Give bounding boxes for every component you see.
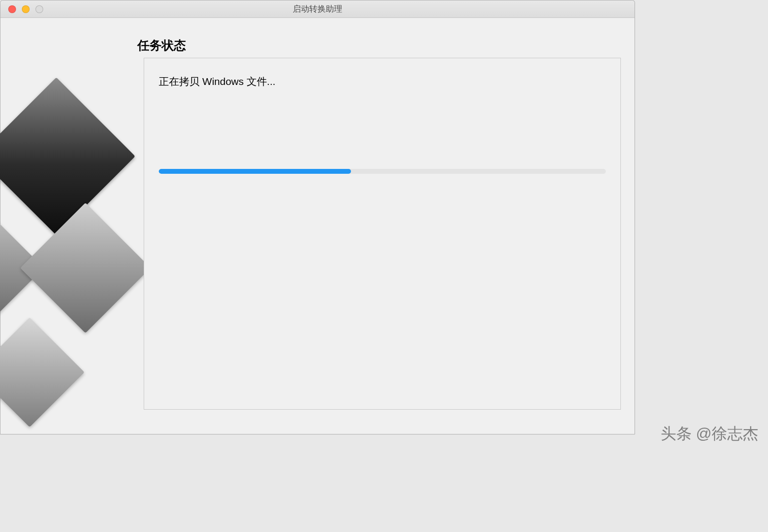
app-window: 启动转换助理 任务状态 正在拷贝 Windows 文件... xyxy=(0,0,635,434)
status-text: 正在拷贝 Windows 文件... xyxy=(159,75,275,88)
content-panel: 正在拷贝 Windows 文件... xyxy=(144,58,621,410)
close-icon[interactable] xyxy=(8,5,16,13)
diamond-top-icon xyxy=(0,77,135,235)
progress-bar xyxy=(159,169,606,174)
zoom-icon xyxy=(35,5,43,13)
window-title: 启动转换助理 xyxy=(293,3,342,15)
bootcamp-icon xyxy=(0,81,161,372)
minimize-icon[interactable] xyxy=(22,5,30,13)
titlebar[interactable]: 启动转换助理 xyxy=(0,0,634,18)
window-body: 任务状态 正在拷贝 Windows 文件... xyxy=(0,18,634,434)
traffic-lights xyxy=(0,5,43,13)
diamond-right-icon xyxy=(20,203,151,333)
page-heading: 任务状态 xyxy=(137,37,186,53)
progress-fill xyxy=(159,169,351,174)
diamond-bottom-icon xyxy=(0,317,84,427)
watermark-text: 头条 @徐志杰 xyxy=(661,423,758,445)
